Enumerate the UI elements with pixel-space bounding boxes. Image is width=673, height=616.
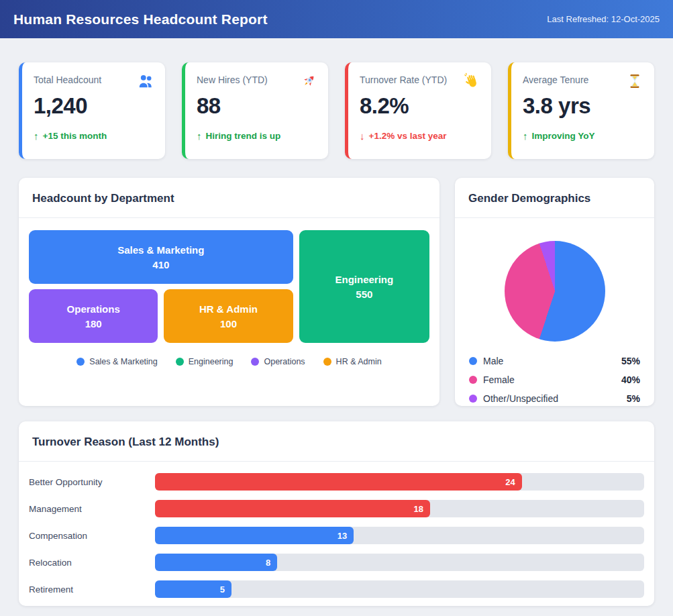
kpi-value: 1,240 — [34, 93, 154, 119]
treemap-block-engineering[interactable]: Engineering550 — [299, 230, 429, 343]
mid-row: Headcount by Department Sales & Marketin… — [19, 178, 654, 406]
pie-legend-item-male: Male55% — [469, 352, 640, 370]
kpi-row: Total Headcount1,240↑+15 this monthNew H… — [19, 62, 654, 159]
turnover-panel-header: Turnover Reason (Last 12 Months) — [19, 421, 654, 462]
app-header: Human Resources Headcount Report Last Re… — [0, 0, 673, 38]
bar-value-label: 24 — [505, 477, 515, 487]
legend-label: Operations — [264, 357, 305, 366]
legend-dot — [251, 358, 259, 366]
page-title: Human Resources Headcount Report — [13, 11, 268, 28]
kpi-card-average-tenure: Average Tenure3.8 yrs↑Improving YoY — [508, 62, 654, 159]
legend-label: HR & Admin — [336, 357, 382, 366]
legend-label: Sales & Marketing — [89, 357, 157, 366]
turnover-panel: Turnover Reason (Last 12 Months) Better … — [19, 421, 654, 606]
treemap-block-name: Engineering — [335, 274, 393, 285]
department-panel: Headcount by Department Sales & Marketin… — [19, 178, 439, 406]
kpi-label: New Hires (YTD) — [197, 72, 268, 85]
gender-panel: Gender Demographics Male55%Female40%Othe… — [455, 178, 654, 406]
pie-legend-item-other-unspecified: Other/Unspecified5% — [469, 389, 640, 408]
people-icon — [137, 72, 154, 90]
legend-item-hr-admin: HR & Admin — [323, 357, 382, 366]
treemap-block-hr-admin[interactable]: HR & Admin100 — [164, 289, 293, 343]
legend-dot — [323, 358, 331, 366]
kpi-delta-text: +15 this month — [43, 131, 107, 141]
bar-category-label: Better Opportunity — [29, 477, 155, 487]
treemap-block-name: HR & Admin — [199, 303, 258, 315]
arrow-down-icon: ↓ — [360, 130, 365, 142]
legend-dot — [469, 395, 477, 403]
treemap-block-name: Sales & Marketing — [117, 244, 204, 256]
kpi-label: Total Headcount — [34, 72, 101, 85]
bar-fill[interactable]: 18 — [155, 500, 430, 517]
last-refreshed-label: Last Refreshed: 12-Oct-2025 — [547, 14, 660, 24]
kpi-label: Average Tenure — [523, 72, 588, 85]
rocket-icon — [300, 72, 317, 90]
kpi-value: 3.8 yrs — [523, 93, 643, 119]
pie-legend-value: 40% — [621, 374, 640, 385]
kpi-delta-text: Improving YoY — [532, 131, 595, 141]
dashboard-main: Total Headcount1,240↑+15 this monthNew H… — [0, 38, 673, 606]
bar-value-label: 13 — [338, 531, 347, 541]
bar-fill[interactable]: 24 — [155, 473, 522, 491]
kpi-delta: ↓+1.2% vs last year — [360, 130, 480, 142]
bar-category-label: Retirement — [29, 584, 155, 595]
bar-category-label: Management — [29, 504, 155, 514]
gender-panel-body: Male55%Female40%Other/Unspecified5% — [455, 218, 654, 408]
treemap-block-name: Operations — [67, 303, 120, 315]
bar-fill[interactable]: 13 — [155, 527, 354, 544]
bar-track: 18 — [155, 500, 644, 517]
treemap-right-column: Engineering550 — [299, 230, 429, 343]
kpi-delta-text: +1.2% vs last year — [369, 131, 447, 141]
kpi-card-top: Average Tenure — [523, 72, 643, 90]
kpi-label: Turnover Rate (YTD) — [360, 72, 447, 85]
bar-track: 24 — [155, 473, 644, 491]
treemap-block-value: 550 — [356, 289, 372, 300]
hourglass-icon — [626, 72, 643, 90]
turnover-bar-chart: Better Opportunity24Management18Compensa… — [19, 462, 654, 606]
legend-dot — [469, 357, 477, 365]
treemap-block-operations[interactable]: Operations180 — [29, 289, 158, 343]
kpi-delta: ↑Improving YoY — [523, 130, 643, 142]
kpi-card-top: New Hires (YTD) — [197, 72, 317, 90]
legend-dot — [469, 376, 477, 384]
arrow-up-icon: ↑ — [197, 130, 202, 142]
kpi-value: 88 — [197, 93, 317, 119]
pie-legend: Male55%Female40%Other/Unspecified5% — [469, 352, 640, 408]
bar-row-compensation: Compensation13 — [29, 522, 644, 549]
legend-label: Engineering — [189, 357, 234, 366]
legend-dot — [76, 358, 85, 366]
legend-item-operations: Operations — [251, 357, 305, 366]
kpi-card-total-headcount: Total Headcount1,240↑+15 this month — [19, 62, 165, 159]
bar-row-relocation: Relocation8 — [29, 549, 644, 576]
pie-chart[interactable] — [505, 241, 605, 342]
department-panel-body: Sales & Marketing410Operations180HR & Ad… — [19, 218, 439, 366]
pie-legend-value: 5% — [627, 393, 640, 404]
pie-legend-label: Female — [483, 374, 515, 385]
treemap-chart: Sales & Marketing410Operations180HR & Ad… — [29, 230, 429, 343]
legend-dot — [176, 358, 184, 366]
department-panel-header: Headcount by Department — [19, 178, 439, 218]
bar-category-label: Relocation — [29, 558, 155, 568]
bar-category-label: Compensation — [29, 531, 155, 541]
bar-value-label: 5 — [220, 584, 225, 595]
treemap-block-sales-marketing[interactable]: Sales & Marketing410 — [29, 230, 293, 284]
bar-fill[interactable]: 5 — [155, 580, 231, 598]
treemap-block-value: 410 — [152, 259, 169, 270]
bar-fill[interactable]: 8 — [155, 554, 277, 571]
kpi-delta-text: Hiring trend is up — [206, 131, 281, 141]
kpi-card-top: Total Headcount — [34, 72, 154, 90]
treemap-legend: Sales & MarketingEngineeringOperationsHR… — [29, 357, 429, 366]
treemap-bottom-row: Operations180HR & Admin100 — [29, 289, 293, 343]
bar-track: 13 — [155, 527, 644, 544]
arrow-up-icon: ↑ — [523, 130, 528, 142]
pie-legend-label: Male — [483, 356, 503, 366]
arrow-up-icon: ↑ — [34, 130, 39, 142]
gender-panel-title: Gender Demographics — [468, 192, 641, 205]
bar-row-better-opportunity: Better Opportunity24 — [29, 468, 644, 495]
kpi-card-new-hires-ytd: New Hires (YTD)88↑Hiring trend is up — [182, 62, 328, 159]
kpi-value: 8.2% — [360, 93, 480, 119]
pie-legend-value: 55% — [621, 356, 640, 366]
bar-row-management: Management18 — [29, 495, 644, 522]
treemap-block-value: 180 — [85, 318, 102, 329]
bar-value-label: 8 — [266, 558, 270, 568]
